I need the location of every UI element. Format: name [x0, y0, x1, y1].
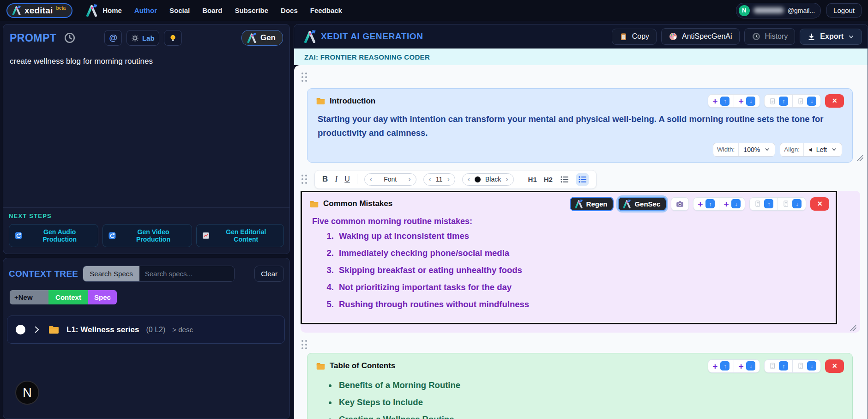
- list-item[interactable]: Rushing through routines without mindful…: [336, 299, 829, 310]
- gen-square-icon: [108, 231, 116, 240]
- delete-section-button[interactable]: ×: [825, 94, 844, 108]
- next-steps-title: NEXT STEPS: [9, 213, 284, 219]
- list-item[interactable]: Creating a Wellness Routine: [337, 414, 844, 419]
- nav-link-board[interactable]: Board: [202, 6, 222, 14]
- regen-button[interactable]: Regen: [570, 197, 614, 211]
- tree-item-desc[interactable]: > desc: [172, 326, 193, 334]
- delete-section-button[interactable]: ×: [810, 197, 829, 211]
- search-specs-label[interactable]: Search Specs: [83, 266, 139, 281]
- italic-button[interactable]: I: [335, 175, 338, 184]
- delete-section-button[interactable]: ×: [825, 359, 844, 373]
- resize-handle-icon[interactable]: [850, 325, 856, 331]
- add-section-above-button[interactable]: + ↑: [708, 95, 734, 107]
- prev-font-arrow[interactable]: ‹: [370, 175, 372, 183]
- bold-button[interactable]: B: [322, 175, 328, 184]
- gen-audio-production-button[interactable]: Gen Audio Production: [9, 224, 98, 247]
- copy-label: Copy: [632, 32, 649, 41]
- palette-icon: [669, 32, 678, 41]
- tree-item-wellness-series[interactable]: L1: Wellness series (0 L2) > desc: [7, 316, 285, 344]
- move-section-down-button[interactable]: ↓: [778, 198, 806, 210]
- list-item[interactable]: Skipping breakfast or eating unhealthy f…: [336, 265, 829, 275]
- gensec-button[interactable]: GenSec: [618, 197, 667, 211]
- section-body-text[interactable]: Starting your day with intention can tra…: [318, 112, 826, 140]
- font-size-selector[interactable]: ‹ 11 ›: [423, 173, 455, 186]
- gen-video-production-button[interactable]: Gen Video Production: [102, 224, 192, 247]
- history-button[interactable]: History: [744, 28, 796, 45]
- bullet-list-button[interactable]: [560, 175, 569, 184]
- move-section-up-button[interactable]: ↑: [750, 198, 778, 210]
- width-select[interactable]: 100%: [739, 143, 775, 156]
- font-color-selector[interactable]: ‹ Black ›: [462, 173, 514, 186]
- drag-handle[interactable]: [301, 340, 308, 349]
- drag-handle[interactable]: [301, 175, 308, 184]
- next-color-arrow[interactable]: ›: [506, 175, 508, 183]
- list-item[interactable]: Key Steps to Include: [337, 397, 844, 407]
- xeditai-logo-icon: [622, 200, 631, 208]
- move-section-down-button[interactable]: ↓: [792, 95, 820, 107]
- nav-link-home[interactable]: Home: [102, 6, 122, 14]
- add-section-below-button[interactable]: + ↓: [734, 95, 760, 107]
- download-icon: [807, 32, 816, 41]
- numbered-list-button[interactable]: [576, 173, 589, 186]
- nav-link-subscribe[interactable]: Subscribe: [235, 6, 269, 14]
- font-family-selector[interactable]: ‹ Font ›: [364, 173, 416, 186]
- gen-editorial-content-button[interactable]: Gen Editorial Content: [196, 224, 284, 247]
- chevron-down-icon: [848, 33, 855, 40]
- prev-color-arrow[interactable]: ‹: [468, 175, 470, 183]
- list-item[interactable]: Immediately checking phone/social media: [336, 248, 829, 258]
- spec-tab[interactable]: Spec: [88, 290, 117, 304]
- search-specs-input[interactable]: [139, 266, 234, 281]
- heading2-button[interactable]: H2: [544, 176, 553, 183]
- context-tab[interactable]: Context: [48, 290, 88, 304]
- decrease-size-arrow[interactable]: ‹: [429, 175, 431, 183]
- align-select[interactable]: ◀ Left: [804, 143, 842, 156]
- add-section-above-button[interactable]: + ↑: [693, 198, 719, 210]
- tree-item-radio[interactable]: [16, 325, 25, 334]
- list-item[interactable]: Waking up at inconsistent times: [336, 231, 829, 241]
- plus-icon: +: [723, 200, 729, 208]
- move-section-down-button[interactable]: ↓: [792, 360, 820, 372]
- add-section-above-button[interactable]: + ↑: [708, 360, 734, 372]
- xeditai-logo-icon: [12, 6, 21, 15]
- user-avatar: N: [739, 5, 750, 16]
- add-section-below-button[interactable]: + ↓: [734, 360, 760, 372]
- underline-button[interactable]: U: [344, 175, 350, 183]
- export-button[interactable]: Export: [800, 29, 862, 45]
- chevron-right-icon[interactable]: [32, 325, 41, 334]
- new-node-button[interactable]: +New: [10, 290, 48, 304]
- nav-link-feedback[interactable]: Feedback: [310, 6, 342, 14]
- move-section-up-button[interactable]: ↑: [765, 95, 792, 107]
- page-icon: [797, 97, 804, 105]
- prompt-input-area[interactable]: create wellness blog for morning routine…: [3, 49, 289, 207]
- list-item[interactable]: Benefits of a Morning Routine: [337, 380, 844, 390]
- snapshot-button[interactable]: [671, 197, 689, 211]
- arrow-up-icon: ↑: [779, 361, 788, 370]
- list-item[interactable]: Not prioritizing important tasks for the…: [336, 282, 829, 292]
- next-font-arrow[interactable]: ›: [408, 175, 410, 183]
- arrow-up-icon: ↑: [720, 97, 729, 106]
- clear-button[interactable]: Clear: [254, 266, 284, 282]
- width-value: 100%: [743, 146, 760, 153]
- drag-handle[interactable]: [301, 73, 308, 82]
- resize-handle-icon[interactable]: [857, 155, 863, 161]
- nav-link-author[interactable]: Author: [134, 6, 157, 14]
- clipboard-icon: [619, 32, 628, 41]
- generate-button[interactable]: Gen: [241, 30, 283, 46]
- nav-link-social[interactable]: Social: [169, 6, 190, 14]
- heading1-button[interactable]: H1: [528, 176, 537, 183]
- brand-logo-button[interactable]: xeditai beta: [6, 3, 72, 18]
- copy-button[interactable]: Copy: [612, 29, 657, 45]
- move-section-up-button[interactable]: ↑: [765, 360, 792, 372]
- prompt-history-icon[interactable]: [64, 32, 76, 44]
- user-account-button[interactable]: N @gmail...: [736, 3, 821, 18]
- section-introduction: Introduction + ↑ + ↓: [307, 88, 853, 163]
- mention-button[interactable]: @: [104, 30, 122, 46]
- section-lead-text[interactable]: Five common morning routine mistakes:: [312, 217, 829, 226]
- add-section-below-button[interactable]: + ↓: [719, 198, 745, 210]
- idea-button[interactable]: [164, 30, 182, 46]
- antispecgenai-button[interactable]: AntiSpecGenAi: [661, 28, 740, 45]
- nav-link-docs[interactable]: Docs: [281, 6, 298, 14]
- lab-button[interactable]: Lab: [127, 30, 159, 46]
- logout-button[interactable]: Logout: [826, 3, 862, 18]
- increase-size-arrow[interactable]: ›: [447, 175, 449, 183]
